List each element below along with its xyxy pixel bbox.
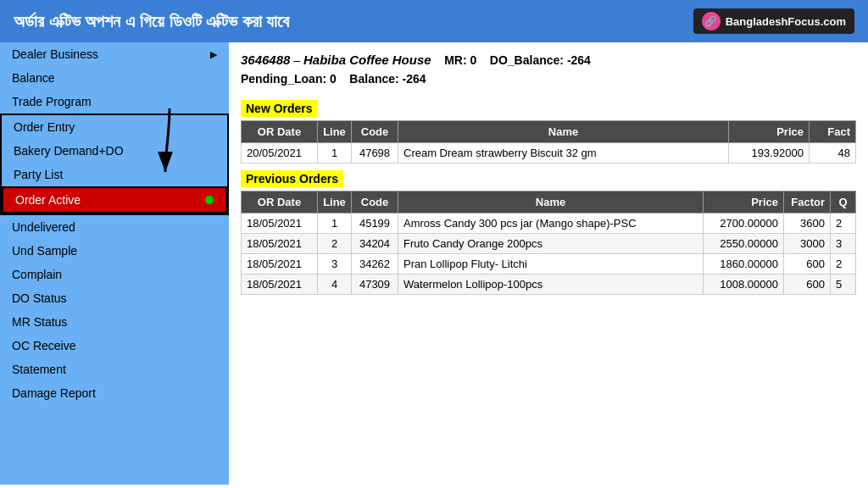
sidebar-item-und-sample[interactable]: Und Sample: [0, 239, 229, 263]
sidebar: Dealer Business ▶ Balance Trade Program …: [0, 42, 229, 485]
sidebar-item-label: Trade Program: [12, 95, 92, 108]
sidebar-item-complain[interactable]: Complain: [0, 263, 229, 286]
prev-order-line: 3: [318, 253, 352, 274]
prev-order-line: 2: [318, 233, 352, 253]
prev-col-factor: Factor: [784, 191, 831, 213]
prev-order-price: 1860.00000: [704, 253, 784, 274]
sidebar-item-label: Und Sample: [12, 244, 77, 258]
sidebar-item-trade-program[interactable]: Trade Program: [0, 90, 229, 114]
new-orders-col-code: Code: [352, 120, 398, 142]
pending-loan-label: Pending_Loan: 0: [241, 72, 337, 86]
brand-name: BangladeshFocus.com: [726, 15, 846, 28]
prev-order-name: Pran Lollipop Fluty- Litchi: [398, 253, 704, 274]
sidebar-item-undelivered[interactable]: Undelivered: [0, 215, 229, 239]
sidebar-item-oc-receive[interactable]: OC Receive: [0, 334, 229, 358]
active-indicator: [205, 196, 214, 204]
new-orders-col-date: OR Date: [242, 120, 318, 142]
prev-order-date: 18/05/2021: [242, 213, 318, 233]
sidebar-item-bakery-demand[interactable]: Bakery Demand+DO: [2, 139, 227, 163]
brand-badge: 🔗 BangladeshFocus.com: [693, 8, 854, 34]
prev-order-factor: 600: [784, 253, 831, 274]
account-id: 3646488: [241, 53, 290, 67]
prev-col-name: Name: [398, 191, 704, 213]
sidebar-item-do-status[interactable]: DO Status: [0, 286, 229, 310]
sidebar-item-label: MR Status: [12, 315, 67, 329]
prev-order-code: 34262: [352, 253, 398, 274]
new-orders-col-factor: Fact: [810, 120, 856, 142]
prev-order-line: 1: [318, 213, 352, 233]
sidebar-item-label: OC Receive: [12, 339, 75, 352]
new-orders-col-price: Price: [729, 120, 810, 142]
sidebar-item-label: Bakery Demand+DO: [14, 144, 124, 158]
table-row: 18/05/2021 3 34262 Pran Lollipop Fluty- …: [242, 253, 856, 274]
prev-order-q: 2: [831, 213, 856, 233]
sidebar-item-label: Order Entry: [14, 120, 75, 134]
sidebar-item-label: Order Active: [15, 193, 81, 207]
prev-order-q: 5: [831, 274, 856, 294]
table-row: 18/05/2021 4 47309 Watermelon Lollipop-1…: [242, 274, 856, 294]
prev-order-q: 2: [831, 253, 856, 274]
prev-order-date: 18/05/2021: [242, 253, 318, 274]
new-orders-label: New Orders: [241, 100, 318, 117]
prev-order-q: 3: [831, 233, 856, 253]
sidebar-item-label: DO Status: [12, 291, 67, 305]
prev-order-date: 18/05/2021: [242, 274, 318, 294]
previous-orders-table: OR Date Line Code Name Price Factor Q 18…: [241, 191, 856, 295]
prev-order-factor: 3600: [784, 213, 831, 233]
prev-order-name: Fruto Candy Orange 200pcs: [398, 233, 704, 253]
prev-order-code: 34204: [352, 233, 398, 253]
prev-col-q: Q: [831, 191, 856, 213]
top-banner: অর্ডার এক্টিভ অপশন এ গিয়ে ডিওটি এক্টিভ …: [0, 0, 868, 42]
previous-orders-label: Previous Orders: [241, 170, 343, 187]
chevron-right-icon: ▶: [210, 49, 217, 60]
prev-col-date: OR Date: [242, 191, 318, 213]
prev-order-price: 1008.00000: [704, 274, 784, 294]
prev-order-name: Amross Candy 300 pcs jar (Mango shape)-P…: [398, 213, 704, 233]
prev-order-line: 4: [318, 274, 352, 294]
new-orders-col-name: Name: [398, 120, 729, 142]
account-separator: –: [293, 53, 303, 67]
content-area: 3646488 – Habiba Coffee House MR: 0 DO_B…: [229, 42, 868, 485]
brand-icon: 🔗: [702, 12, 721, 30]
new-orders-col-line: Line: [318, 120, 352, 142]
sidebar-item-dealer-business[interactable]: Dealer Business ▶: [0, 42, 229, 66]
do-balance-label: DO_Balance: -264: [490, 53, 591, 67]
prev-order-price: 2700.00000: [704, 213, 784, 233]
sidebar-item-label: Dealer Business: [12, 47, 98, 61]
sidebar-item-balance[interactable]: Balance: [0, 66, 229, 90]
account-name: Habiba Coffee House: [303, 53, 431, 67]
banner-title: অর্ডার এক্টিভ অপশন এ গিয়ে ডিওটি এক্টিভ …: [14, 12, 289, 31]
new-order-price: 193.92000: [729, 142, 810, 163]
new-order-line: 1: [318, 142, 352, 163]
sidebar-item-mr-status[interactable]: MR Status: [0, 310, 229, 334]
sidebar-item-order-entry[interactable]: Order Entry: [2, 115, 227, 139]
sidebar-item-damage-report[interactable]: Damage Report: [0, 381, 229, 405]
table-row: 18/05/2021 2 34204 Fruto Candy Orange 20…: [242, 233, 856, 253]
sidebar-item-label: Statement: [12, 363, 66, 376]
table-row: 18/05/2021 1 45199 Amross Candy 300 pcs …: [242, 213, 856, 233]
sidebar-item-order-active[interactable]: Order Active: [2, 186, 227, 214]
new-order-factor: 48: [810, 142, 856, 163]
prev-order-price: 2550.00000: [704, 233, 784, 253]
sidebar-item-party-list[interactable]: Party List: [2, 163, 227, 186]
account-info: 3646488 – Habiba Coffee House MR: 0 DO_B…: [241, 51, 856, 88]
prev-order-factor: 600: [784, 274, 831, 294]
new-orders-table: OR Date Line Code Name Price Fact 20/05/…: [241, 120, 856, 164]
mr-label: MR: 0: [444, 53, 476, 67]
sidebar-item-label: Undelivered: [12, 220, 75, 234]
prev-col-code: Code: [352, 191, 398, 213]
sidebar-item-label: Complain: [12, 268, 62, 281]
sidebar-item-label: Balance: [12, 71, 55, 85]
table-row: 20/05/2021 1 47698 Cream Dream strawberr…: [242, 142, 856, 163]
new-order-date: 20/05/2021: [242, 142, 318, 163]
prev-col-price: Price: [704, 191, 784, 213]
prev-order-code: 45199: [352, 213, 398, 233]
main-layout: Dealer Business ▶ Balance Trade Program …: [0, 42, 868, 485]
sidebar-item-label: Party List: [14, 168, 63, 181]
balance-label: Balance: -264: [349, 72, 426, 86]
sidebar-item-statement[interactable]: Statement: [0, 358, 229, 381]
prev-order-date: 18/05/2021: [242, 233, 318, 253]
prev-order-code: 47309: [352, 274, 398, 294]
new-order-name: Cream Dream strawberry Biscuit 32 gm: [398, 142, 729, 163]
prev-order-factor: 3000: [784, 233, 831, 253]
